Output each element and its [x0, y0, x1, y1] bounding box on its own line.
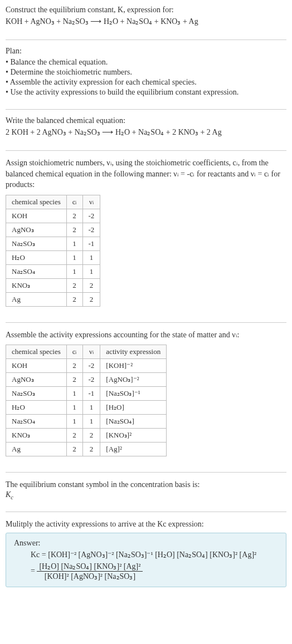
- table-row: KOH2-2[KOH]⁻²: [6, 359, 167, 373]
- table-cell: 2: [82, 443, 100, 456]
- table-row: AgNO₃2-2[AgNO₃]⁻²: [6, 373, 167, 387]
- table-cell: AgNO₃: [6, 373, 67, 387]
- table-row: KNO₃22[KNO₃]²: [6, 429, 167, 443]
- table-cell: 2: [82, 278, 100, 292]
- table-row: Ag22[Ag]²: [6, 443, 167, 456]
- table-row: AgNO₃2-2: [6, 223, 100, 237]
- divider: [6, 40, 286, 40]
- table-cell: -1: [82, 387, 100, 401]
- table-header: cᵢ: [66, 345, 82, 359]
- table-cell: 1: [66, 264, 82, 278]
- table-cell: 1: [82, 401, 100, 415]
- divider: [6, 512, 286, 512]
- table-cell: 2: [66, 209, 82, 223]
- table-row: Ag22: [6, 292, 100, 306]
- table-cell: 1: [82, 250, 100, 264]
- table-cell: Na₂SO₃: [6, 387, 67, 401]
- table-cell: -2: [82, 209, 100, 223]
- table-cell: H₂O: [6, 401, 67, 415]
- table-cell: Na₂SO₄: [6, 415, 67, 429]
- balanced-equation: 2 KOH + 2 AgNO₃ + Na₂SO₃ ⟶ H₂O + Na₂SO₄ …: [6, 127, 286, 137]
- activity-table: chemical species cᵢ νᵢ activity expressi…: [6, 345, 167, 456]
- table-header: chemical species: [6, 195, 67, 209]
- table-header: νᵢ: [82, 195, 100, 209]
- table-cell: 2: [66, 429, 82, 443]
- table-cell: KOH: [6, 359, 67, 373]
- denominator: [KOH]² [AgNO₃]² [Na₂SO₃]: [37, 572, 143, 581]
- table-cell: [Na₂SO₃]⁻¹: [100, 387, 167, 401]
- table-cell: KOH: [6, 209, 67, 223]
- table-cell: 2: [66, 278, 82, 292]
- answer-box: Answer: Kc = [KOH]⁻² [AgNO₃]⁻² [Na₂SO₃]⁻…: [6, 533, 286, 587]
- plan-item: • Determine the stoichiometric numbers.: [6, 68, 286, 77]
- table-row: KOH2-2: [6, 209, 100, 223]
- table-cell: [KOH]⁻²: [100, 359, 167, 373]
- table-cell: 1: [66, 401, 82, 415]
- table-cell: [KNO₃]²: [100, 429, 167, 443]
- table-cell: 1: [66, 387, 82, 401]
- table-cell: [Na₂SO₄]: [100, 415, 167, 429]
- table-cell: 1: [66, 237, 82, 250]
- title: Construct the equilibrium constant, K, e…: [6, 6, 286, 14]
- table-cell: 1: [82, 264, 100, 278]
- table-row: Na₂SO₃1-1: [6, 237, 100, 250]
- divider: [6, 150, 286, 151]
- table-cell: 2: [66, 443, 82, 456]
- assign-text: Assign stoichiometric numbers, νᵢ, using…: [6, 158, 286, 190]
- plan-item: • Use the activity expressions to build …: [6, 88, 286, 97]
- k-italic: K: [6, 490, 11, 499]
- symbol-text: The equilibrium constant symbol in the c…: [6, 479, 286, 490]
- table-header: activity expression: [100, 345, 167, 359]
- answer-expression: Kc = [KOH]⁻² [AgNO₃]⁻² [Na₂SO₃]⁻¹ [H₂O] …: [14, 550, 278, 581]
- table-cell: -2: [82, 223, 100, 237]
- fraction: [H₂O] [Na₂SO₄] [KNO₃]² [Ag]² [KOH]² [AgN…: [37, 562, 143, 581]
- table-cell: [Ag]²: [100, 443, 167, 456]
- table-cell: 1: [82, 415, 100, 429]
- table-cell: Ag: [6, 292, 67, 306]
- answer-label: Answer:: [14, 539, 278, 548]
- table-cell: H₂O: [6, 250, 67, 264]
- kc-symbol: Kc: [6, 490, 286, 500]
- table-row: KNO₃22: [6, 278, 100, 292]
- c-subscript: c: [11, 494, 13, 500]
- table-header-row: chemical species cᵢ νᵢ activity expressi…: [6, 345, 167, 359]
- table-cell: KNO₃: [6, 278, 67, 292]
- table-cell: 1: [66, 250, 82, 264]
- table-cell: KNO₃: [6, 429, 67, 443]
- table-cell: Na₂SO₃: [6, 237, 67, 250]
- table-cell: Ag: [6, 443, 67, 456]
- equals: =: [31, 567, 35, 575]
- table-header: νᵢ: [82, 345, 100, 359]
- table-cell: [H₂O]: [100, 401, 167, 415]
- table-header-row: chemical species cᵢ νᵢ: [6, 195, 100, 209]
- table-cell: 2: [82, 429, 100, 443]
- table-cell: Na₂SO₄: [6, 264, 67, 278]
- divider: [6, 472, 286, 473]
- table-row: Na₂SO₄11: [6, 264, 100, 278]
- divider: [6, 109, 286, 110]
- answer-fraction-line: = [H₂O] [Na₂SO₄] [KNO₃]² [Ag]² [KOH]² [A…: [31, 562, 278, 581]
- table-cell: -2: [82, 359, 100, 373]
- table-row: Na₂SO₃1-1[Na₂SO₃]⁻¹: [6, 387, 167, 401]
- table-row: H₂O11[H₂O]: [6, 401, 167, 415]
- table-cell: [AgNO₃]⁻²: [100, 373, 167, 387]
- balanced-label: Write the balanced chemical equation:: [6, 116, 286, 125]
- table-cell: 2: [66, 373, 82, 387]
- table-cell: -2: [82, 373, 100, 387]
- multiply-text: Mulitply the activity expressions to arr…: [6, 519, 286, 530]
- table-cell: -1: [82, 237, 100, 250]
- table-cell: AgNO₃: [6, 223, 67, 237]
- plan-item: • Balance the chemical equation.: [6, 58, 286, 67]
- table-cell: 1: [66, 415, 82, 429]
- numerator: [H₂O] [Na₂SO₄] [KNO₃]² [Ag]²: [37, 562, 143, 572]
- table-row: Na₂SO₄11[Na₂SO₄]: [6, 415, 167, 429]
- table-header: chemical species: [6, 345, 67, 359]
- table-cell: 2: [66, 223, 82, 237]
- assemble-text: Assemble the activity expressions accoun…: [6, 330, 286, 341]
- table-row: H₂O11: [6, 250, 100, 264]
- table-cell: 2: [66, 359, 82, 373]
- plan-label: Plan:: [6, 47, 286, 56]
- answer-line1: Kc = [KOH]⁻² [AgNO₃]⁻² [Na₂SO₃]⁻¹ [H₂O] …: [31, 550, 278, 559]
- main-equation: KOH + AgNO₃ + Na₂SO₃ ⟶ H₂O + Na₂SO₄ + KN…: [6, 17, 286, 26]
- stoichiometric-table: chemical species cᵢ νᵢ KOH2-2AgNO₃2-2Na₂…: [6, 195, 100, 307]
